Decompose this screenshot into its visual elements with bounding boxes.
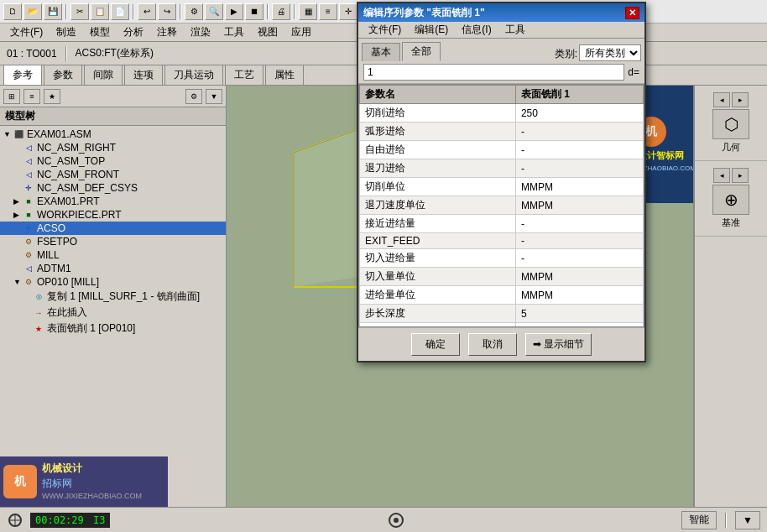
param-value-cell[interactable]: -	[515, 233, 643, 249]
param-value-cell[interactable]: -	[515, 215, 643, 233]
param-value-cell[interactable]: -	[515, 249, 643, 268]
tab-connect[interactable]: 连项	[124, 65, 163, 85]
tree-item-mill[interactable]: ⚙ MILL	[0, 248, 226, 262]
dialog-detail-btn[interactable]: ➡ 显示细节	[525, 333, 592, 356]
tree-item-exam01asm[interactable]: ▼ ⬛ EXAM01.ASM	[0, 128, 226, 141]
tree-item-front[interactable]: ◁ NC_ASM_FRONT	[0, 168, 226, 181]
param-value-cell[interactable]: MMPM	[515, 178, 643, 196]
tree-item-op010[interactable]: ▼ ⚙ OP010 [MILL]	[0, 275, 226, 289]
table-row[interactable]: 弧形进给-	[360, 123, 644, 141]
tree-item-right[interactable]: ◁ NC_ASM_RIGHT	[0, 141, 226, 154]
paste-btn[interactable]: 📄	[111, 3, 129, 20]
tree-item-exam01prt[interactable]: ▶ ■ EXAM01.PRT	[0, 195, 226, 208]
tree-item-insert[interactable]: → 在此插入	[0, 305, 226, 321]
copy-btn[interactable]: 📋	[91, 3, 109, 20]
param-value-cell[interactable]: -	[515, 141, 643, 159]
datum-sub-btn2[interactable]: ▸	[732, 168, 749, 183]
param-value-cell[interactable]: 5	[515, 305, 643, 323]
tree-menu-btn[interactable]: ▼	[206, 89, 222, 104]
new-btn[interactable]: 🗋	[3, 3, 22, 20]
menu-manufacture[interactable]: 制造	[50, 23, 83, 41]
tree-list-btn[interactable]: ≡	[23, 89, 40, 104]
param-name-cell: 步长深度	[360, 305, 516, 323]
dialog-menu-info[interactable]: 信息(I)	[455, 22, 498, 38]
table-row[interactable]: 退刀速度单位MMPM	[360, 196, 644, 215]
dialog-cancel-btn[interactable]: 取消	[468, 333, 517, 356]
dialog-search-input[interactable]	[363, 64, 624, 81]
play-btn[interactable]: ▶	[225, 3, 243, 20]
dialog-menu-file[interactable]: 文件(F)	[362, 22, 408, 38]
undo-btn[interactable]: ↩	[138, 3, 156, 20]
tree-item-acso[interactable]: ✛ ACSO	[0, 222, 226, 235]
tree-item-adtm[interactable]: ◁ ADTM1	[0, 262, 226, 275]
geometry-icon-btn[interactable]: ⬡	[712, 109, 749, 139]
table-row[interactable]: 进给量单位MMPM	[360, 286, 644, 305]
param-value-cell[interactable]: MMPM	[515, 196, 643, 215]
table-row[interactable]: 接近进结量-	[360, 215, 644, 233]
redo-btn[interactable]: ↪	[158, 3, 176, 20]
tree-item-copy1[interactable]: ◎ 复制 1 [MILL_SURF_1 - 铣削曲面]	[0, 289, 226, 305]
menu-tools[interactable]: 工具	[217, 23, 251, 41]
table-row[interactable]: 切削进给250	[360, 104, 644, 123]
status-extra-btn[interactable]: ▼	[735, 511, 760, 529]
tree-item-workpiece[interactable]: ▶ ■ WORKPIECE.PRT	[0, 208, 226, 222]
param-value-cell[interactable]: MMPM	[515, 286, 643, 305]
table-row[interactable]: 切削单位MMPM	[360, 178, 644, 196]
param-value-cell[interactable]: -	[515, 159, 643, 178]
tab-reference[interactable]: 参考	[3, 65, 42, 85]
menu-analysis[interactable]: 分析	[117, 23, 150, 41]
tree-item-fsetpo[interactable]: ⚙ FSETPO	[0, 235, 226, 248]
dialog-menu-tools[interactable]: 工具	[498, 22, 532, 38]
table-row[interactable]: EXIT_FEED-	[360, 233, 644, 249]
menu-view[interactable]: 视图	[251, 23, 284, 41]
status-icon-center[interactable]	[387, 511, 405, 529]
filter-select[interactable]: 所有类别	[579, 44, 641, 61]
tree-star-btn[interactable]: ★	[44, 89, 60, 104]
status-mode-btn[interactable]: 智能	[681, 511, 717, 529]
param-value-cell[interactable]: 250	[515, 104, 643, 123]
stop-btn[interactable]: ⏹	[245, 3, 263, 20]
table-row[interactable]: 切入量单位MMPM	[360, 268, 644, 286]
menu-file[interactable]: 文件(F)	[3, 23, 50, 41]
save-btn[interactable]: 💾	[44, 3, 62, 20]
axis-btn[interactable]: ✛	[339, 3, 357, 20]
open-btn[interactable]: 📂	[23, 3, 42, 20]
menu-render[interactable]: 渲染	[184, 23, 217, 41]
tab-process[interactable]: 工艺	[225, 65, 263, 85]
dialog-menu-edit[interactable]: 编辑(E)	[408, 22, 455, 38]
dialog-ok-btn[interactable]: 确定	[411, 333, 460, 356]
dialog-tab-all[interactable]: 全部	[402, 42, 441, 61]
print-btn[interactable]: 🖨	[272, 3, 290, 20]
tab-clearance[interactable]: 间隙	[84, 65, 123, 85]
table-row[interactable]: 切入进给量-	[360, 249, 644, 268]
datum-icon-btn[interactable]: ⊕	[712, 185, 749, 215]
tree-item-top[interactable]: ◁ NC_ASM_TOP	[0, 154, 226, 168]
table-row[interactable]: 退刀进给-	[360, 159, 644, 178]
datum-sub-btn1[interactable]: ◂	[713, 168, 730, 183]
dialog-tab-basic[interactable]: 基本	[362, 43, 400, 61]
settings-btn[interactable]: ⚙	[185, 3, 203, 20]
menu-annotation[interactable]: 注释	[150, 23, 184, 41]
table-row[interactable]: 步长深度5	[360, 305, 644, 323]
tab-properties[interactable]: 属性	[265, 65, 304, 85]
grid-btn[interactable]: ▦	[299, 3, 317, 20]
tree-item-csys[interactable]: ✛ NC_ASM_DEF_CSYS	[0, 181, 226, 195]
view-btn[interactable]: 🔍	[205, 3, 223, 20]
cut-btn[interactable]: ✂	[70, 3, 89, 20]
dialog-table-container[interactable]: 参数名 表面铣削 1 切削进给250弧形进给-自由进给-退刀进给-切削单位MMP…	[358, 84, 644, 327]
tab-params[interactable]: 参数	[44, 65, 82, 85]
menu-model[interactable]: 模型	[83, 23, 117, 41]
param-name-cell: 接近进结量	[360, 215, 516, 233]
geometry-sub-btn2[interactable]: ▸	[732, 92, 749, 107]
tree-settings-btn[interactable]: ⚙	[185, 89, 202, 104]
param-value-cell[interactable]: MMPM	[515, 268, 643, 286]
menu-apply[interactable]: 应用	[284, 23, 318, 41]
geometry-sub-btn1[interactable]: ◂	[713, 92, 730, 107]
dialog-close-btn[interactable]: ✕	[625, 7, 639, 19]
tree-grid-btn[interactable]: ⊞	[3, 89, 20, 104]
table-row[interactable]: 自由进给-	[360, 141, 644, 159]
tree-item-surface-mill[interactable]: ★ 表面铣削 1 [OP010]	[0, 321, 226, 336]
layer-btn[interactable]: ≡	[319, 3, 337, 20]
param-value-cell[interactable]: -	[515, 123, 643, 141]
tab-tool-motion[interactable]: 刀具运动	[164, 65, 223, 85]
